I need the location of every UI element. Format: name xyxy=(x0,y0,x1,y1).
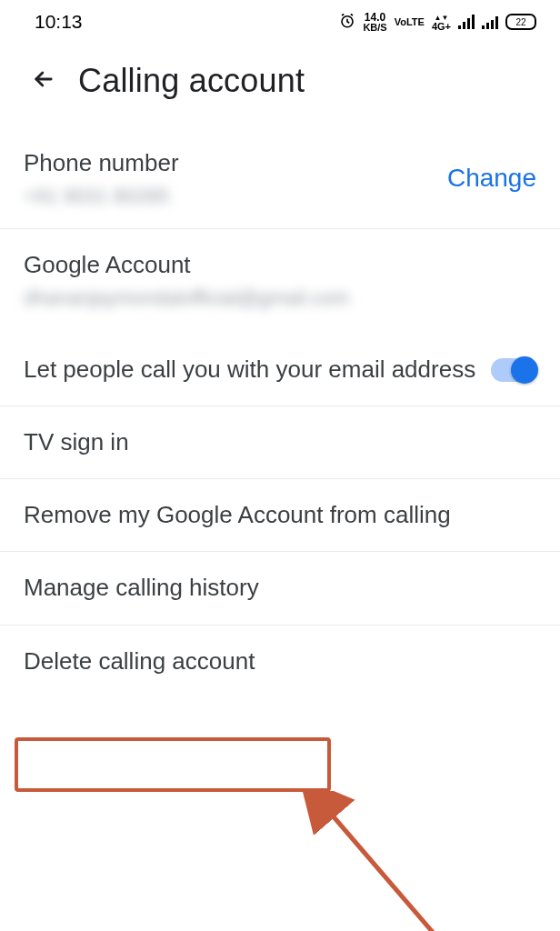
status-bar: 10:13 14.0 KB/S VoLTE ▲▼4G+ 22 xyxy=(0,0,560,36)
row-delete-account[interactable]: Delete calling account xyxy=(0,626,560,697)
row-email-call-toggle[interactable]: Let people call you with your email addr… xyxy=(0,317,560,406)
tv-signin-label: TV sign in xyxy=(24,426,536,458)
volte-indicator: VoLTE xyxy=(395,17,425,27)
annotation-highlight-box xyxy=(15,737,331,792)
manage-history-label: Manage calling history xyxy=(24,572,536,604)
annotation-arrow xyxy=(300,791,464,931)
row-manage-history[interactable]: Manage calling history xyxy=(0,552,560,625)
network-type: ▲▼4G+ xyxy=(432,12,451,32)
google-account-label: Google Account xyxy=(24,249,536,281)
remove-google-label: Remove my Google Account from calling xyxy=(24,499,536,531)
delete-account-label: Delete calling account xyxy=(24,646,536,677)
row-phone-number[interactable]: Phone number +91 9031 80285 Change xyxy=(0,127,560,229)
email-call-switch[interactable] xyxy=(491,358,536,382)
google-account-value: dhananjaymondalofficial@gmail.com xyxy=(24,286,536,310)
phone-label: Phone number xyxy=(24,147,433,179)
row-tv-signin[interactable]: TV sign in xyxy=(0,406,560,479)
row-google-account[interactable]: Google Account dhananjaymondalofficial@g… xyxy=(0,229,560,317)
row-remove-google[interactable]: Remove my Google Account from calling xyxy=(0,479,560,552)
change-link[interactable]: Change xyxy=(447,164,536,193)
page-title: Calling account xyxy=(78,62,305,100)
email-call-label: Let people call you with your email addr… xyxy=(24,354,476,385)
network-speed: 14.0 KB/S xyxy=(363,12,386,33)
phone-value: +91 9031 80285 xyxy=(24,185,433,208)
status-right: 14.0 KB/S VoLTE ▲▼4G+ 22 xyxy=(339,12,536,33)
signal-bars-icon xyxy=(482,15,498,29)
status-time: 10:13 xyxy=(35,11,83,33)
battery-indicator: 22 xyxy=(505,14,536,30)
alarm-icon xyxy=(339,13,355,32)
back-icon[interactable] xyxy=(31,66,56,95)
app-header: Calling account xyxy=(0,36,560,127)
signal-bars-icon xyxy=(458,15,475,29)
svg-line-1 xyxy=(325,807,436,931)
